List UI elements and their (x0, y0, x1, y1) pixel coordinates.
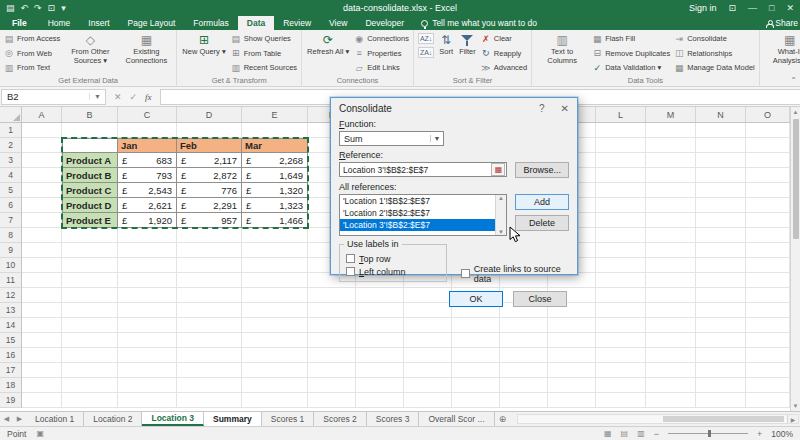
cell-L16[interactable] (596, 348, 646, 363)
row-header-9[interactable]: 9 (0, 243, 22, 258)
cell-L4[interactable] (596, 168, 646, 183)
cell-L19[interactable] (596, 393, 646, 408)
cell-L1[interactable] (596, 123, 646, 138)
cell-I15[interactable] (452, 333, 500, 348)
manage-data-model-button[interactable]: ▦Manage Data Model (674, 61, 755, 74)
cell-N8[interactable] (696, 228, 746, 243)
zoom-slider[interactable] (668, 433, 748, 434)
column-header-A[interactable]: A (22, 107, 62, 122)
advanced-button[interactable]: ≫Advanced (481, 61, 527, 74)
left-column-checkbox[interactable] (346, 267, 355, 276)
flash-fill-button[interactable]: ▦Flash Fill (592, 32, 670, 45)
cell-C9[interactable] (118, 243, 177, 258)
cell-C8[interactable] (118, 228, 177, 243)
row-header-14[interactable]: 14 (0, 318, 22, 333)
cell-J18[interactable] (500, 378, 548, 393)
cell-A3[interactable] (22, 153, 62, 168)
sort-button[interactable]: ⇅Sort (436, 32, 456, 58)
cell-M17[interactable] (646, 363, 696, 378)
tab-review[interactable]: Review (274, 16, 320, 30)
scroll-up-icon[interactable]: ▲ (793, 107, 799, 117)
cell-L12[interactable] (596, 288, 646, 303)
cell-E17[interactable] (242, 363, 308, 378)
cell-C7[interactable]: £1,920 (118, 213, 177, 228)
cell-O1[interactable] (746, 123, 790, 138)
cell-A11[interactable] (22, 273, 62, 288)
dialog-help-icon[interactable]: ? (539, 103, 545, 114)
cell-D16[interactable] (177, 348, 242, 363)
scroll-down-icon[interactable]: ▼ (793, 401, 799, 411)
cell-F15[interactable] (308, 333, 356, 348)
cell-A9[interactable] (22, 243, 62, 258)
select-all-corner[interactable] (0, 107, 22, 122)
cell-M19[interactable] (646, 393, 696, 408)
sort-az-icon[interactable]: AZ↓ (418, 33, 434, 44)
cell-G14[interactable] (356, 318, 404, 333)
cell-G18[interactable] (356, 378, 404, 393)
dialog-close-icon[interactable]: ✕ (561, 103, 569, 114)
row-header-7[interactable]: 7 (0, 213, 22, 228)
cell-J14[interactable] (500, 318, 548, 333)
cell-N7[interactable] (696, 213, 746, 228)
cell-C6[interactable]: £2,621 (118, 198, 177, 213)
cell-C1[interactable] (118, 123, 177, 138)
tell-me-box[interactable]: Tell me what you want to do (413, 16, 545, 30)
cell-N18[interactable] (696, 378, 746, 393)
tab-formulas[interactable]: Formulas (184, 16, 237, 30)
reference-input[interactable]: Location 3'!$B$2:$E$7 ▦ (339, 162, 507, 177)
ok-button[interactable]: OK (449, 291, 503, 307)
new-sheet-icon[interactable]: ⊕ (495, 412, 511, 426)
cell-E5[interactable]: £1,320 (242, 183, 308, 198)
cell-O15[interactable] (746, 333, 790, 348)
row-header-15[interactable]: 15 (0, 333, 22, 348)
cell-J19[interactable] (500, 393, 548, 408)
cell-O10[interactable] (746, 258, 790, 273)
cell-O11[interactable] (746, 273, 790, 288)
cell-A10[interactable] (22, 258, 62, 273)
cell-C19[interactable] (118, 393, 177, 408)
cell-M3[interactable] (646, 153, 696, 168)
reference-item[interactable]: 'Location 1'!$B$2:$E$7 (340, 195, 495, 207)
cell-O18[interactable] (746, 378, 790, 393)
cell-O8[interactable] (746, 228, 790, 243)
sign-in-button[interactable]: Sign in (689, 3, 717, 13)
list-scroll-down-icon[interactable]: ▼ (498, 229, 504, 235)
cell-M7[interactable] (646, 213, 696, 228)
cell-E3[interactable]: £2,268 (242, 153, 308, 168)
cell-B12[interactable] (62, 288, 118, 303)
cell-B13[interactable] (62, 303, 118, 318)
row-header-3[interactable]: 3 (0, 153, 22, 168)
normal-view-icon[interactable]: ▦ (604, 429, 612, 438)
cell-A13[interactable] (22, 303, 62, 318)
cell-L18[interactable] (596, 378, 646, 393)
cell-B6[interactable]: Product D (62, 198, 118, 213)
cell-L15[interactable] (596, 333, 646, 348)
cell-H15[interactable] (404, 333, 452, 348)
cell-L5[interactable] (596, 183, 646, 198)
touch-mode-icon[interactable]: ⊡ (48, 3, 56, 13)
cell-E11[interactable] (242, 273, 308, 288)
from-web-button[interactable]: ◎From Web (4, 47, 60, 60)
cell-O14[interactable] (746, 318, 790, 333)
cell-D1[interactable] (177, 123, 242, 138)
cell-N4[interactable] (696, 168, 746, 183)
cell-D10[interactable] (177, 258, 242, 273)
sheet-nav-right-icon[interactable]: ▶ (13, 412, 26, 426)
cell-F14[interactable] (308, 318, 356, 333)
cell-D11[interactable] (177, 273, 242, 288)
horizontal-scrollbar[interactable]: ▶ (517, 414, 799, 424)
cell-A8[interactable] (22, 228, 62, 243)
consolidate-button[interactable]: ⇥Consolidate (674, 32, 755, 45)
name-box-dropdown-icon[interactable]: ▼ (89, 93, 105, 100)
column-header-M[interactable]: M (646, 107, 696, 122)
cell-D19[interactable] (177, 393, 242, 408)
row-header-17[interactable]: 17 (0, 363, 22, 378)
list-scrollbar[interactable]: ▲ ▼ (495, 195, 506, 235)
cell-C15[interactable] (118, 333, 177, 348)
cell-M1[interactable] (646, 123, 696, 138)
macro-record-icon[interactable]: ▣ (36, 429, 44, 438)
cell-F16[interactable] (308, 348, 356, 363)
cell-N10[interactable] (696, 258, 746, 273)
cell-K16[interactable] (548, 348, 596, 363)
name-box[interactable]: B2 ▼ (1, 89, 106, 105)
